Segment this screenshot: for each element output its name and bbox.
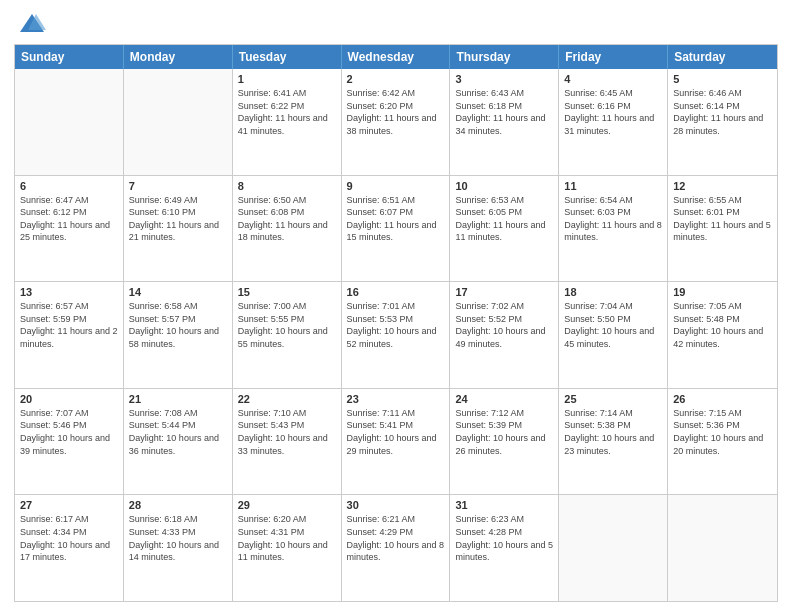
calendar-cell bbox=[124, 69, 233, 175]
day-info: Sunrise: 7:00 AMSunset: 5:55 PMDaylight:… bbox=[238, 300, 336, 350]
day-info: Sunrise: 7:01 AMSunset: 5:53 PMDaylight:… bbox=[347, 300, 445, 350]
day-number: 4 bbox=[564, 73, 662, 85]
calendar-cell: 22Sunrise: 7:10 AMSunset: 5:43 PMDayligh… bbox=[233, 389, 342, 495]
day-number: 1 bbox=[238, 73, 336, 85]
calendar-cell: 20Sunrise: 7:07 AMSunset: 5:46 PMDayligh… bbox=[15, 389, 124, 495]
calendar-cell: 30Sunrise: 6:21 AMSunset: 4:29 PMDayligh… bbox=[342, 495, 451, 601]
calendar-week-1: 1Sunrise: 6:41 AMSunset: 6:22 PMDaylight… bbox=[15, 69, 777, 176]
day-number: 17 bbox=[455, 286, 553, 298]
day-info: Sunrise: 6:51 AMSunset: 6:07 PMDaylight:… bbox=[347, 194, 445, 244]
page: SundayMondayTuesdayWednesdayThursdayFrid… bbox=[0, 0, 792, 612]
day-number: 3 bbox=[455, 73, 553, 85]
day-number: 26 bbox=[673, 393, 772, 405]
logo-icon bbox=[18, 10, 46, 38]
calendar-cell: 18Sunrise: 7:04 AMSunset: 5:50 PMDayligh… bbox=[559, 282, 668, 388]
calendar-cell: 2Sunrise: 6:42 AMSunset: 6:20 PMDaylight… bbox=[342, 69, 451, 175]
calendar-cell: 10Sunrise: 6:53 AMSunset: 6:05 PMDayligh… bbox=[450, 176, 559, 282]
calendar-cell bbox=[15, 69, 124, 175]
header-day-wednesday: Wednesday bbox=[342, 45, 451, 69]
calendar-cell: 13Sunrise: 6:57 AMSunset: 5:59 PMDayligh… bbox=[15, 282, 124, 388]
header bbox=[14, 10, 778, 38]
calendar-cell: 6Sunrise: 6:47 AMSunset: 6:12 PMDaylight… bbox=[15, 176, 124, 282]
day-info: Sunrise: 6:42 AMSunset: 6:20 PMDaylight:… bbox=[347, 87, 445, 137]
day-number: 6 bbox=[20, 180, 118, 192]
calendar-cell: 31Sunrise: 6:23 AMSunset: 4:28 PMDayligh… bbox=[450, 495, 559, 601]
header-day-monday: Monday bbox=[124, 45, 233, 69]
calendar-week-3: 13Sunrise: 6:57 AMSunset: 5:59 PMDayligh… bbox=[15, 282, 777, 389]
header-day-saturday: Saturday bbox=[668, 45, 777, 69]
day-info: Sunrise: 7:11 AMSunset: 5:41 PMDaylight:… bbox=[347, 407, 445, 457]
day-info: Sunrise: 7:12 AMSunset: 5:39 PMDaylight:… bbox=[455, 407, 553, 457]
day-info: Sunrise: 6:20 AMSunset: 4:31 PMDaylight:… bbox=[238, 513, 336, 563]
day-number: 9 bbox=[347, 180, 445, 192]
calendar-cell: 24Sunrise: 7:12 AMSunset: 5:39 PMDayligh… bbox=[450, 389, 559, 495]
day-info: Sunrise: 7:04 AMSunset: 5:50 PMDaylight:… bbox=[564, 300, 662, 350]
calendar-cell: 4Sunrise: 6:45 AMSunset: 6:16 PMDaylight… bbox=[559, 69, 668, 175]
day-info: Sunrise: 7:14 AMSunset: 5:38 PMDaylight:… bbox=[564, 407, 662, 457]
calendar-header: SundayMondayTuesdayWednesdayThursdayFrid… bbox=[15, 45, 777, 69]
day-number: 28 bbox=[129, 499, 227, 511]
day-number: 5 bbox=[673, 73, 772, 85]
calendar-cell: 9Sunrise: 6:51 AMSunset: 6:07 PMDaylight… bbox=[342, 176, 451, 282]
day-info: Sunrise: 6:43 AMSunset: 6:18 PMDaylight:… bbox=[455, 87, 553, 137]
day-number: 20 bbox=[20, 393, 118, 405]
calendar-cell: 8Sunrise: 6:50 AMSunset: 6:08 PMDaylight… bbox=[233, 176, 342, 282]
calendar-cell: 26Sunrise: 7:15 AMSunset: 5:36 PMDayligh… bbox=[668, 389, 777, 495]
day-number: 16 bbox=[347, 286, 445, 298]
day-info: Sunrise: 6:50 AMSunset: 6:08 PMDaylight:… bbox=[238, 194, 336, 244]
calendar-cell: 29Sunrise: 6:20 AMSunset: 4:31 PMDayligh… bbox=[233, 495, 342, 601]
calendar-cell: 11Sunrise: 6:54 AMSunset: 6:03 PMDayligh… bbox=[559, 176, 668, 282]
calendar-cell: 25Sunrise: 7:14 AMSunset: 5:38 PMDayligh… bbox=[559, 389, 668, 495]
calendar-cell: 27Sunrise: 6:17 AMSunset: 4:34 PMDayligh… bbox=[15, 495, 124, 601]
calendar-cell bbox=[668, 495, 777, 601]
day-number: 31 bbox=[455, 499, 553, 511]
day-info: Sunrise: 7:05 AMSunset: 5:48 PMDaylight:… bbox=[673, 300, 772, 350]
calendar-cell: 12Sunrise: 6:55 AMSunset: 6:01 PMDayligh… bbox=[668, 176, 777, 282]
header-day-tuesday: Tuesday bbox=[233, 45, 342, 69]
day-number: 15 bbox=[238, 286, 336, 298]
day-info: Sunrise: 6:23 AMSunset: 4:28 PMDaylight:… bbox=[455, 513, 553, 563]
day-number: 25 bbox=[564, 393, 662, 405]
header-day-friday: Friday bbox=[559, 45, 668, 69]
day-number: 19 bbox=[673, 286, 772, 298]
day-info: Sunrise: 7:15 AMSunset: 5:36 PMDaylight:… bbox=[673, 407, 772, 457]
day-number: 11 bbox=[564, 180, 662, 192]
day-info: Sunrise: 6:21 AMSunset: 4:29 PMDaylight:… bbox=[347, 513, 445, 563]
header-day-sunday: Sunday bbox=[15, 45, 124, 69]
calendar-cell: 23Sunrise: 7:11 AMSunset: 5:41 PMDayligh… bbox=[342, 389, 451, 495]
calendar-cell: 19Sunrise: 7:05 AMSunset: 5:48 PMDayligh… bbox=[668, 282, 777, 388]
day-info: Sunrise: 6:18 AMSunset: 4:33 PMDaylight:… bbox=[129, 513, 227, 563]
calendar-cell: 28Sunrise: 6:18 AMSunset: 4:33 PMDayligh… bbox=[124, 495, 233, 601]
day-info: Sunrise: 6:17 AMSunset: 4:34 PMDaylight:… bbox=[20, 513, 118, 563]
calendar-cell: 15Sunrise: 7:00 AMSunset: 5:55 PMDayligh… bbox=[233, 282, 342, 388]
day-number: 14 bbox=[129, 286, 227, 298]
day-info: Sunrise: 7:08 AMSunset: 5:44 PMDaylight:… bbox=[129, 407, 227, 457]
day-info: Sunrise: 6:55 AMSunset: 6:01 PMDaylight:… bbox=[673, 194, 772, 244]
calendar-cell: 14Sunrise: 6:58 AMSunset: 5:57 PMDayligh… bbox=[124, 282, 233, 388]
day-number: 10 bbox=[455, 180, 553, 192]
calendar-week-5: 27Sunrise: 6:17 AMSunset: 4:34 PMDayligh… bbox=[15, 495, 777, 601]
day-number: 29 bbox=[238, 499, 336, 511]
day-number: 21 bbox=[129, 393, 227, 405]
day-number: 24 bbox=[455, 393, 553, 405]
day-number: 23 bbox=[347, 393, 445, 405]
calendar-cell: 3Sunrise: 6:43 AMSunset: 6:18 PMDaylight… bbox=[450, 69, 559, 175]
day-info: Sunrise: 6:53 AMSunset: 6:05 PMDaylight:… bbox=[455, 194, 553, 244]
day-info: Sunrise: 6:46 AMSunset: 6:14 PMDaylight:… bbox=[673, 87, 772, 137]
calendar-cell: 7Sunrise: 6:49 AMSunset: 6:10 PMDaylight… bbox=[124, 176, 233, 282]
day-info: Sunrise: 6:41 AMSunset: 6:22 PMDaylight:… bbox=[238, 87, 336, 137]
day-info: Sunrise: 7:02 AMSunset: 5:52 PMDaylight:… bbox=[455, 300, 553, 350]
calendar-cell bbox=[559, 495, 668, 601]
calendar-cell: 16Sunrise: 7:01 AMSunset: 5:53 PMDayligh… bbox=[342, 282, 451, 388]
header-day-thursday: Thursday bbox=[450, 45, 559, 69]
day-info: Sunrise: 7:07 AMSunset: 5:46 PMDaylight:… bbox=[20, 407, 118, 457]
calendar: SundayMondayTuesdayWednesdayThursdayFrid… bbox=[14, 44, 778, 602]
day-number: 30 bbox=[347, 499, 445, 511]
calendar-body: 1Sunrise: 6:41 AMSunset: 6:22 PMDaylight… bbox=[15, 69, 777, 601]
day-number: 27 bbox=[20, 499, 118, 511]
calendar-cell: 1Sunrise: 6:41 AMSunset: 6:22 PMDaylight… bbox=[233, 69, 342, 175]
day-info: Sunrise: 6:49 AMSunset: 6:10 PMDaylight:… bbox=[129, 194, 227, 244]
day-info: Sunrise: 6:58 AMSunset: 5:57 PMDaylight:… bbox=[129, 300, 227, 350]
day-number: 7 bbox=[129, 180, 227, 192]
logo bbox=[14, 10, 46, 38]
